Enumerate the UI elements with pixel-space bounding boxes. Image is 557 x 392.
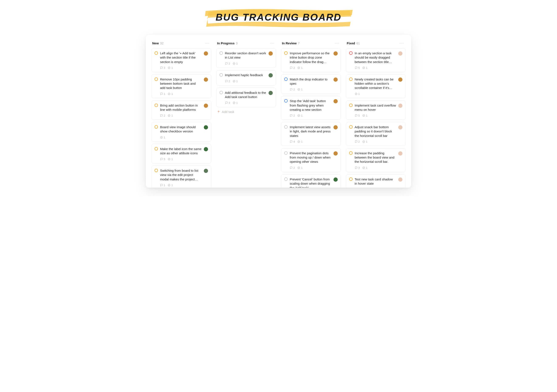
status-ring-icon[interactable]	[220, 91, 223, 94]
subtask-count[interactable]: 1	[297, 140, 303, 143]
add-task-button[interactable]: +Add task	[216, 107, 276, 114]
status-ring-icon[interactable]	[349, 104, 352, 107]
subtask-count[interactable]: 1	[297, 88, 303, 91]
assignee-avatar[interactable]	[334, 151, 338, 155]
column-menu-icon[interactable]: ○○○	[269, 41, 275, 45]
comment-count[interactable]: 2	[160, 114, 165, 117]
comment-count[interactable]: 5	[160, 157, 165, 161]
subtask-count[interactable]: 1	[168, 92, 173, 96]
comment-count[interactable]: 2	[355, 140, 360, 143]
comment-count[interactable]: 1	[160, 92, 165, 96]
task-card[interactable]: Implement haptic feedback 2 1	[216, 70, 276, 86]
task-card[interactable]: Add attitional feedback to the Add task …	[216, 88, 276, 107]
task-card[interactable]: In an empty section a task should be eas…	[346, 48, 406, 72]
comment-count[interactable]: 5	[355, 66, 360, 69]
subtask-count[interactable]: 1	[362, 114, 368, 117]
subtask-count[interactable]: 1	[233, 80, 238, 83]
assignee-avatar[interactable]	[204, 147, 208, 151]
assignee-avatar[interactable]	[398, 125, 402, 130]
status-ring-icon[interactable]	[284, 177, 288, 181]
assignee-avatar[interactable]	[398, 51, 402, 56]
status-ring-icon[interactable]	[349, 177, 352, 181]
assignee-avatar[interactable]	[269, 73, 273, 77]
comment-count[interactable]: 2	[225, 62, 230, 65]
status-ring-icon[interactable]	[220, 51, 223, 55]
comment-count[interactable]: 2	[290, 166, 295, 169]
subtask-count[interactable]: 1	[168, 114, 173, 117]
subtask-count[interactable]: 1	[362, 140, 368, 143]
task-card[interactable]: Match the drop indicator to spec 2 1	[281, 74, 341, 94]
comment-count[interactable]: 2	[290, 66, 295, 69]
subtask-count[interactable]: 1	[160, 136, 165, 139]
assignee-avatar[interactable]	[334, 99, 338, 103]
comment-count[interactable]: 4	[290, 140, 295, 143]
task-card[interactable]: Newly created tasks can be hidden within…	[346, 74, 406, 98]
assignee-avatar[interactable]	[204, 125, 208, 130]
subtask-count[interactable]: 1	[233, 62, 238, 65]
status-ring-icon[interactable]	[349, 125, 352, 129]
status-ring-icon[interactable]	[284, 77, 288, 81]
assignee-avatar[interactable]	[398, 151, 402, 155]
subtask-count[interactable]: 1	[168, 66, 173, 69]
task-card[interactable]: Reorder section doesn't work in List vie…	[216, 48, 276, 68]
comment-count[interactable]: 5	[355, 114, 360, 117]
subtask-count[interactable]: 1	[362, 166, 368, 169]
task-card[interactable]: Make the label icon the same size as oth…	[151, 144, 211, 164]
status-ring-icon[interactable]	[349, 77, 352, 81]
task-card[interactable]: Board view image should show checkbox ve…	[151, 122, 211, 142]
assignee-avatar[interactable]	[398, 104, 402, 108]
comment-count[interactable]: 2	[225, 80, 230, 83]
task-card[interactable]: Adjust snack bar bottom padding so it do…	[346, 122, 406, 146]
task-card[interactable]: Increase the padding between the board v…	[346, 148, 406, 172]
task-card[interactable]: Bring add section button in line with mo…	[151, 100, 211, 120]
status-ring-icon[interactable]	[284, 51, 288, 55]
status-ring-icon[interactable]	[155, 104, 158, 107]
column-title[interactable]: In Progress	[217, 41, 235, 45]
subtask-count[interactable]: 1	[168, 157, 173, 161]
column-title[interactable]: Fixed	[347, 41, 355, 45]
column-menu-icon[interactable]: ○○○	[204, 41, 210, 45]
status-ring-icon[interactable]	[155, 147, 158, 150]
status-ring-icon[interactable]	[155, 169, 158, 172]
task-card[interactable]: Prevent the pagination dots from moving …	[281, 148, 341, 172]
assignee-avatar[interactable]	[204, 104, 208, 108]
assignee-avatar[interactable]	[334, 125, 338, 130]
subtask-count[interactable]: 1	[168, 184, 173, 187]
task-card[interactable]: Prevent 'Cancel' button from scaling dow…	[281, 174, 341, 188]
assignee-avatar[interactable]	[398, 177, 402, 182]
subtask-count[interactable]: 1	[297, 114, 303, 117]
comment-count[interactable]: 3	[225, 101, 230, 104]
status-ring-icon[interactable]	[220, 73, 223, 77]
status-ring-icon[interactable]	[284, 99, 288, 103]
comment-count[interactable]: 2	[290, 88, 295, 91]
assignee-avatar[interactable]	[269, 51, 273, 56]
subtask-count[interactable]: 1	[355, 92, 360, 96]
subtask-count[interactable]: 1	[233, 101, 238, 104]
subtask-count[interactable]: 1	[297, 166, 303, 169]
column-menu-icon[interactable]: ○○○	[399, 41, 405, 45]
status-ring-icon[interactable]	[284, 151, 288, 155]
comment-count[interactable]: 2	[290, 114, 295, 117]
assignee-avatar[interactable]	[204, 77, 208, 82]
assignee-avatar[interactable]	[334, 177, 338, 182]
column-title[interactable]: In Review	[282, 41, 296, 45]
task-card[interactable]: Switching from board to list view via th…	[151, 165, 211, 188]
assignee-avatar[interactable]	[398, 77, 402, 82]
status-ring-icon[interactable]	[155, 51, 158, 55]
status-ring-icon[interactable]	[284, 125, 288, 129]
column-menu-icon[interactable]: ○○○	[334, 41, 340, 45]
assignee-avatar[interactable]	[204, 169, 208, 173]
task-card[interactable]: Test new task card shadow in hover state…	[346, 174, 406, 188]
subtask-count[interactable]: 1	[297, 66, 303, 69]
comment-count[interactable]: 3	[355, 166, 360, 169]
status-ring-icon[interactable]	[155, 77, 158, 81]
task-card[interactable]: Implement latest view assets in light, d…	[281, 122, 341, 146]
task-card[interactable]: Implement task card overflow menu on hov…	[346, 100, 406, 120]
comment-count[interactable]: 1	[160, 184, 165, 187]
task-card[interactable]: Stop the 'Add task' button from flashing…	[281, 96, 341, 120]
task-card[interactable]: Left align the '+ Add task' with the sec…	[151, 48, 211, 72]
column-title[interactable]: New	[152, 41, 159, 45]
assignee-avatar[interactable]	[334, 77, 338, 82]
status-ring-icon[interactable]	[349, 51, 352, 55]
task-card[interactable]: Improve performance so the inline button…	[281, 48, 341, 72]
